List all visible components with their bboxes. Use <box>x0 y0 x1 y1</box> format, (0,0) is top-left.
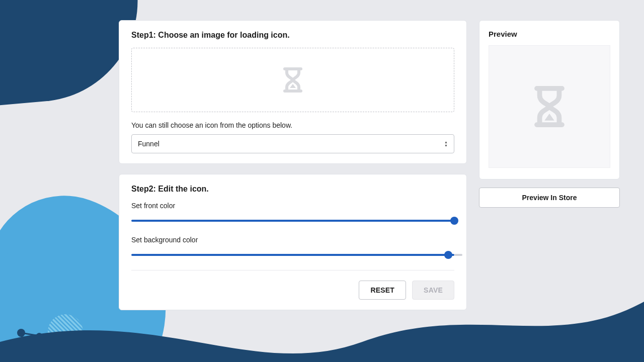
icon-options-hint: You can still choose an icon from the op… <box>131 121 454 129</box>
bg-color-slider[interactable] <box>131 254 454 256</box>
front-color-label: Set front color <box>131 202 454 210</box>
save-button: SAVE <box>412 281 454 300</box>
preview-title: Preview <box>489 30 610 38</box>
bg-color-thumb[interactable] <box>444 251 452 259</box>
icon-select-value: Funnel <box>138 140 444 148</box>
divider <box>131 270 454 270</box>
front-color-thumb[interactable] <box>450 217 458 225</box>
preview-in-store-button[interactable]: Preview In Store <box>479 188 620 208</box>
step2-title: Step2: Edit the icon. <box>131 185 454 194</box>
hourglass-icon <box>277 64 309 96</box>
preview-card: Preview <box>479 20 620 179</box>
step1-card: Step1: Choose an image for loading icon.… <box>119 20 467 164</box>
image-dropzone[interactable] <box>131 48 454 112</box>
icon-select[interactable]: Funnel ▲▼ <box>131 134 454 153</box>
step1-title: Step1: Choose an image for loading icon. <box>131 31 454 40</box>
preview-area <box>489 45 610 168</box>
bg-color-label: Set background color <box>131 236 454 244</box>
reset-button[interactable]: RESET <box>359 281 406 300</box>
step2-card: Step2: Edit the icon. Set front color Se… <box>119 174 467 310</box>
hourglass-icon <box>527 81 572 132</box>
front-color-slider[interactable] <box>131 220 454 222</box>
select-chevrons-icon: ▲▼ <box>444 141 448 147</box>
